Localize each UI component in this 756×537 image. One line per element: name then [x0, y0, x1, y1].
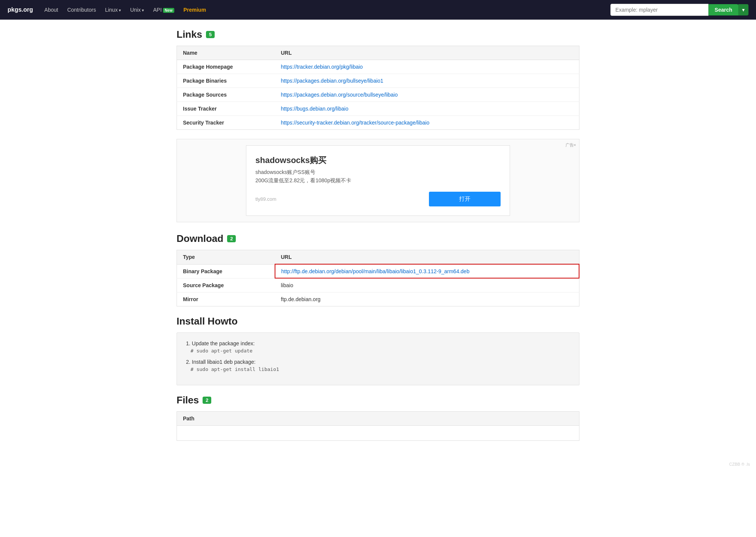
download-col-url: URL	[275, 250, 579, 265]
download-type: Mirror	[177, 292, 275, 306]
link-name: Package Binaries	[177, 74, 275, 88]
files-col-path: Path	[177, 412, 579, 426]
links-col-name: Name	[177, 46, 275, 60]
step-text: 2. Install libaio1 deb package:	[186, 359, 255, 365]
table-row: Security Trackerhttps://security-tracker…	[177, 116, 579, 130]
link-url[interactable]: https://tracker.debian.org/pkg/libaio	[275, 60, 579, 74]
link-name: Issue Tracker	[177, 102, 275, 116]
download-url[interactable]: http://ftp.de.debian.org/debian/pool/mai…	[275, 264, 579, 278]
download-badge: 2	[227, 235, 236, 242]
navbar-brand[interactable]: pkgs.org	[8, 6, 33, 13]
ad-container: 广告× shadowsocks购买 shadowsocks账户SS账号 200G…	[177, 139, 579, 222]
howto-box: 1. Update the package index:# sudo apt-g…	[177, 332, 579, 385]
link-name: Security Tracker	[177, 116, 275, 130]
search-dropdown-button[interactable]: ▾	[738, 4, 748, 15]
ad-domain: tly89.com	[255, 196, 277, 202]
files-table: Path	[177, 411, 579, 441]
nav-api-badge: New	[163, 8, 175, 13]
link-url[interactable]: https://packages.debian.org/source/bulls…	[275, 88, 579, 102]
table-row: Package Homepagehttps://tracker.debian.o…	[177, 60, 579, 74]
links-section-title: Links 5	[177, 29, 579, 40]
ad-title: shadowsocks购买	[255, 155, 501, 166]
step-text: 1. Update the package index:	[186, 340, 255, 346]
download-type: Source Package	[177, 278, 275, 292]
nav-contributors[interactable]: Contributors	[63, 5, 100, 15]
bottom-credit: CZBB ® .Is	[0, 459, 756, 469]
table-row: Package Binarieshttps://packages.debian.…	[177, 74, 579, 88]
ad-subtitle: shadowsocks账户SS账号	[255, 169, 501, 176]
nav-api[interactable]: APINew	[149, 5, 178, 15]
download-type: Binary Package	[177, 264, 275, 278]
files-section-title: Files 2	[177, 394, 579, 406]
download-url[interactable]: ftp.de.debian.org	[275, 292, 579, 306]
links-badge: 5	[206, 31, 215, 38]
nav-about[interactable]: About	[41, 5, 62, 15]
search-button[interactable]: Search	[708, 4, 738, 15]
link-name: Package Sources	[177, 88, 275, 102]
ad-label: 广告×	[565, 142, 576, 148]
download-section-title: Download 2	[177, 233, 579, 245]
nav-linux[interactable]: Linux	[101, 5, 125, 15]
ad-footer: tly89.com 打开	[255, 192, 501, 206]
nav-premium[interactable]: Premium	[180, 5, 210, 15]
navbar-search: Search ▾	[610, 4, 748, 16]
link-url[interactable]: https://bugs.debian.org/libaio	[275, 102, 579, 116]
links-col-url: URL	[275, 46, 579, 60]
main-content: Links 5 Name URL Package Homepagehttps:/…	[171, 20, 585, 459]
nav-api-label: API	[153, 7, 162, 13]
link-name: Package Homepage	[177, 60, 275, 74]
files-row-placeholder	[177, 426, 579, 441]
ad-inner: shadowsocks购买 shadowsocks账户SS账号 200G流量低至…	[246, 145, 510, 216]
table-row: Binary Packagehttp://ftp.de.debian.org/d…	[177, 264, 579, 278]
download-col-type: Type	[177, 250, 275, 265]
list-item: 2. Install libaio1 deb package:# sudo ap…	[186, 359, 570, 372]
howto-section-title: Install Howto	[177, 315, 579, 327]
download-url[interactable]: libaio	[275, 278, 579, 292]
ad-open-button[interactable]: 打开	[429, 192, 501, 206]
links-table: Name URL Package Homepagehttps://tracker…	[177, 46, 579, 130]
table-row: Source Packagelibaio	[177, 278, 579, 292]
link-url[interactable]: https://packages.debian.org/bullseye/lib…	[275, 74, 579, 88]
table-row: Mirrorftp.de.debian.org	[177, 292, 579, 306]
navbar: pkgs.org About Contributors Linux Unix A…	[0, 0, 756, 20]
files-badge: 2	[203, 397, 211, 404]
search-input[interactable]	[610, 4, 708, 16]
step-cmd: # sudo apt-get install libaio1	[186, 366, 570, 372]
download-table: Type URL Binary Packagehttp://ftp.de.deb…	[177, 250, 579, 306]
link-url[interactable]: https://security-tracker.debian.org/trac…	[275, 116, 579, 130]
step-cmd: # sudo apt-get update	[186, 348, 570, 354]
table-row: Package Sourceshttps://packages.debian.o…	[177, 88, 579, 102]
list-item: 1. Update the package index:# sudo apt-g…	[186, 340, 570, 354]
table-row: Issue Trackerhttps://bugs.debian.org/lib…	[177, 102, 579, 116]
ad-desc: 200G流量低至2.82元，看1080p视频不卡	[255, 177, 501, 184]
nav-unix[interactable]: Unix	[126, 5, 148, 15]
